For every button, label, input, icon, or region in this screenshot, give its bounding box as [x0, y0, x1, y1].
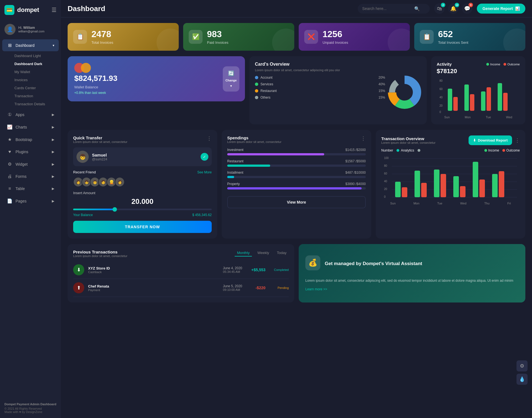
tab-weekly[interactable]: Weekly: [255, 250, 271, 257]
chart-icon: 📊: [515, 6, 520, 11]
sidebar-label-table: Table: [16, 186, 25, 191]
quick-transfer-menu-icon[interactable]: ⋮: [207, 135, 212, 142]
main-area: Dashboard 🔍 🛍 2 🔔 12 💬 8 Generate Report…: [61, 0, 532, 418]
sidebar-item-charts[interactable]: 📈 Charts ▶: [2, 121, 59, 133]
stat-cards: 📋 2478 Total Invoices ✅ 983 Paid Invoice…: [68, 23, 525, 51]
chevron-right-icon-4: ▶: [52, 150, 54, 154]
notification-button[interactable]: 🔔 12: [448, 3, 459, 14]
sidebar-item-dashboard[interactable]: ⊞ Dashboard ▾: [2, 39, 59, 51]
total-sent-icon: 📋: [420, 30, 434, 44]
water-float-button[interactable]: 💧: [516, 374, 528, 385]
sidebar-item-plugins[interactable]: ♥ Plugins ▶: [2, 146, 59, 158]
txn-status-2: Pending: [269, 286, 289, 289]
unpaid-invoices-icon: ❌: [304, 30, 318, 44]
logo-icon: 💳: [4, 5, 14, 15]
tab-today[interactable]: Today: [275, 250, 289, 257]
restaurant-dot: [255, 89, 258, 93]
sidebar-item-forms[interactable]: 🖨 Forms ▶: [2, 171, 59, 182]
svg-text:20: 20: [439, 104, 443, 107]
sidebar-item-apps[interactable]: ① Apps ▶: [2, 109, 59, 120]
prev-transactions-subtitle: Lorem ipsum dolor sit amet, consectetur: [73, 254, 127, 258]
insert-amount-label: Insert Amount: [73, 191, 212, 195]
quick-transfer-subtitle: Lorem ipsum dolor sit amet, consectetur: [73, 140, 127, 143]
transfer-avatar: 👦: [76, 151, 89, 163]
mon-income-bar: [464, 84, 469, 111]
transfer-now-button[interactable]: TRANSFER NOW: [73, 221, 212, 233]
bag-badge: 2: [441, 3, 445, 7]
submenu-invoices[interactable]: Invoices: [12, 76, 61, 84]
outcome-label: Outcome: [507, 63, 520, 66]
table-icon: ≡: [7, 186, 13, 191]
footer-title: Dompet Payment Admin Dashboard: [4, 402, 57, 406]
sidebar-item-table[interactable]: ≡ Table ▶: [2, 183, 59, 194]
change-button[interactable]: 🔄 Change ▾: [223, 66, 239, 91]
income-legend-dot: [484, 149, 487, 152]
spending-property: Property $3890 /$4000: [227, 182, 366, 189]
sun-outcome: [402, 187, 407, 197]
sidebar-label-pages: Pages: [16, 199, 27, 203]
va-learn-more-link[interactable]: Learn more >>: [305, 287, 519, 291]
charts-icon: 📈: [7, 124, 13, 130]
view-more-button[interactable]: View More: [227, 196, 366, 208]
wed-income: [453, 176, 459, 197]
search-input[interactable]: [362, 6, 412, 11]
see-more-link[interactable]: See More: [197, 170, 212, 174]
generate-report-button[interactable]: Generate Report 📊: [477, 4, 525, 14]
filter-analytics[interactable]: Analytics: [397, 148, 414, 152]
search-box[interactable]: 🔍: [358, 4, 430, 14]
filter-number[interactable]: Number: [381, 148, 393, 152]
txn-menu-icon[interactable]: ⋮: [515, 137, 520, 143]
filter-grey[interactable]: [418, 149, 420, 152]
logo-text: dompet: [17, 6, 39, 14]
settings-float-button[interactable]: ⚙: [516, 360, 528, 371]
chat-badge: 8: [469, 3, 473, 7]
tab-monthly[interactable]: Monthly: [235, 250, 252, 257]
amount-display: 20.000: [73, 197, 212, 206]
svg-text:0: 0: [439, 111, 441, 114]
download-report-button[interactable]: ⬇ Download Report: [469, 135, 512, 145]
friend-avatar-6[interactable]: 👩: [115, 177, 125, 187]
sidebar: 💳 dompet ☰ 👤 Hi, William william@gmail.c…: [0, 0, 61, 418]
paid-invoices-number: 983: [207, 29, 228, 39]
wide-row: Previous Transactions Lorem ipsum dolor …: [68, 244, 525, 302]
apps-icon: ①: [7, 112, 13, 117]
table-row: ⬇ XYZ Store ID Cashback June 4, 2020 05:…: [73, 261, 289, 279]
spendings-menu-icon[interactable]: ⋮: [361, 135, 366, 142]
mon-outcome: [421, 183, 427, 197]
stat-card-unpaid-invoices: ❌ 1256 Unpaid Invoices: [299, 23, 410, 51]
sidebar-item-pages[interactable]: 📄 Pages ▶: [2, 195, 59, 207]
forms-icon: 🖨: [7, 174, 13, 179]
unpaid-invoices-label: Unpaid Invoices: [323, 40, 348, 45]
number-label: Number: [381, 148, 393, 152]
transaction-overview-section: Transaction Overview Lorem ipsum dolor s…: [376, 130, 525, 239]
submenu-dashboard-dark[interactable]: Dashboard Dark: [12, 60, 61, 68]
bag-button[interactable]: 🛍 2: [434, 3, 445, 14]
unpaid-invoices-number: 1256: [323, 29, 348, 39]
activity-bar-chart: 80 60 40 20 0: [437, 78, 520, 114]
spending-installment: Installment $487 /$10000: [227, 171, 366, 178]
chevron-down-icon-wallet: ▾: [230, 84, 232, 88]
chevron-right-icon-3: ▶: [52, 138, 54, 142]
sidebar-item-widget[interactable]: ⚙ Widget ▶: [2, 158, 59, 170]
transfer-name: Samuel: [92, 153, 107, 157]
mon-income: [415, 171, 420, 197]
submenu-transaction-details[interactable]: Transaction Details: [12, 100, 61, 108]
spending-investment: Investment $1415 /$2000: [227, 148, 366, 155]
sidebar-item-bootstrap[interactable]: ★ Bootstrap ▶: [2, 134, 59, 145]
amount-slider[interactable]: [73, 209, 212, 210]
hamburger-icon[interactable]: ☰: [52, 7, 57, 13]
transaction-tabs: Monthly Weekly Today: [235, 250, 289, 257]
submenu-cards-center[interactable]: Cards Center: [12, 84, 61, 92]
mastercard-icon: [74, 63, 117, 73]
legend-account: Account 20%: [255, 76, 385, 80]
submenu-dashboard-light[interactable]: Dashboard Light: [12, 52, 61, 60]
submenu-my-wallet[interactable]: My Wallet: [12, 68, 61, 76]
footer-copy: © 2021 All Rights Reserved: [4, 407, 57, 410]
submenu-transaction[interactable]: Transaction: [12, 92, 61, 100]
legend-services: Services 40%: [255, 82, 385, 86]
search-icon: 🔍: [414, 6, 420, 11]
virtual-assistant-icon: 💰: [305, 255, 320, 270]
cards-legend: Account 20% Services 40% Restaurant 15%: [255, 76, 385, 109]
chat-button[interactable]: 💬 8: [462, 3, 472, 14]
sidebar-label-charts: Charts: [16, 125, 27, 129]
